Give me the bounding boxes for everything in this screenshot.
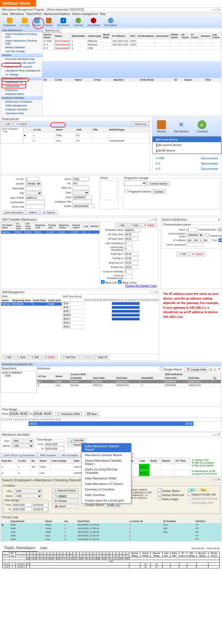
administrator[interactable]: Administrator	[1, 84, 42, 88]
deldevice-big-btn[interactable]: ✕Del Device	[171, 118, 192, 135]
dept-list[interactable]: Department List	[1, 80, 42, 84]
connect-btn2[interactable]: Connect	[152, 190, 166, 194]
export-btn[interactable]: 📤 Export	[52, 504, 79, 508]
sm-save[interactable]: ✓ Save	[14, 355, 28, 359]
calculate-btn[interactable]: 📊 Calculate	[67, 438, 87, 443]
emp-schedule[interactable]: Employee Schedule	[1, 108, 42, 111]
aclog-button[interactable]: AC Log	[19, 17, 31, 27]
machine-list-tab[interactable]: Machine List	[42, 28, 62, 33]
backup-db[interactable]: Backup Database	[1, 45, 42, 49]
gender-select[interactable]: Female	[25, 182, 41, 186]
sm-clear[interactable]: Clear All	[95, 355, 110, 359]
deldevice-button[interactable]: ✕Del Device	[56, 17, 71, 27]
tt-post[interactable]: ✓ Post	[128, 223, 141, 228]
lower-grid: EdAc.NoNamesTimeMachineVerify ModeIDStat…	[42, 78, 221, 82]
sm-addtime[interactable]: + Add Time	[60, 355, 78, 359]
tt-add[interactable]: + Add	[115, 223, 127, 228]
sm-deltime[interactable]: ✕ Delete	[79, 355, 94, 359]
table-row[interactable]: ⟳ 3Disconnected1USB	[43, 47, 221, 50]
device-button[interactable]: Device	[44, 17, 55, 27]
window-title: Attendance Management Program - [Temp-Su…	[2, 8, 84, 11]
table-row[interactable]: ⟳ XIMIDisconnected1Ethernet192.168.0.212…	[43, 39, 221, 43]
connect-button[interactable]: Connect	[72, 17, 85, 27]
preview-btn[interactable]: 👁 Preview	[52, 499, 79, 503]
modify-log-btn[interactable]: Modify Log	[105, 503, 122, 507]
edit-device-item[interactable]: EEdit current device	[153, 142, 221, 148]
ac-manage[interactable]: AC Manage	[1, 73, 42, 76]
disconnect-button[interactable]: Disconnect	[86, 17, 102, 27]
tt-delete[interactable]: ✕ Delete	[142, 223, 157, 228]
download-user[interactable]: Download user info and FP	[1, 61, 42, 65]
cancel-btn[interactable]: ✕ Cancel	[14, 122, 30, 126]
acno-input[interactable]	[25, 177, 39, 181]
color-link[interactable]: Change the Display Color	[125, 284, 157, 287]
edit-all-item[interactable]: EEdit All device	[153, 148, 221, 153]
dm-ok[interactable]: ✓ OK	[177, 252, 188, 256]
sm-add[interactable]: + Add	[2, 355, 14, 359]
save-sched-btn[interactable]: 💾 Save	[85, 412, 99, 416]
connect-big-btn[interactable]: ▶Connect	[193, 118, 211, 135]
sm-edit[interactable]: ✎ Edit	[29, 355, 41, 359]
export-data[interactable]: Export Attendance Checking Data	[1, 39, 42, 45]
main-window: Attendance Management Program - [Temp-Su…	[1, 7, 221, 116]
main-toolbar: Employees AC Log Report Device ✕Del Devi…	[1, 16, 221, 28]
temp-shifts-btn[interactable]: 📋 Temporary Shifts	[55, 412, 82, 416]
side-panel: Data Maintenance Import Attendance Check…	[1, 28, 42, 115]
upload-user[interactable]: Upload user info and FP	[1, 65, 42, 69]
table-row[interactable]: ⟳ 2Disconnected1Ethernet192.168.1.201437…	[43, 43, 221, 47]
menu-bar[interactable]: DataAttendanceSearch/PrintMaintenance/Op…	[1, 12, 221, 16]
search-btn[interactable]: 🔍 Search	[52, 494, 79, 498]
emp-list-title: EmployeeList	[2, 117, 19, 121]
import-data[interactable]: Import Attendance Checking Data	[1, 32, 42, 39]
exit-button[interactable]: Exit system	[103, 17, 119, 27]
sm-delete[interactable]: ✕ Delete	[42, 355, 57, 359]
adv-export-btn[interactable]: ⬥ Advanced Export	[52, 488, 79, 493]
att-rule[interactable]: Attendance Rule	[1, 111, 42, 115]
page-header: Software Show	[0, 0, 36, 7]
add-device-item[interactable]: AAdd new device	[153, 137, 221, 142]
download-logs[interactable]: Download attendance logs	[1, 57, 42, 61]
machine-grid: Device NameStatusMachineNo.Comm.typeBaud…	[42, 33, 221, 50]
face-group[interactable]: FaceGroup	[132, 122, 149, 126]
daily-att-table: NameAC-NoTimetable 262728293001020304050…	[2, 552, 220, 568]
arrange-btn[interactable]: 📅 Arrange Shifts	[184, 367, 209, 372]
employees-button[interactable]: Employees	[2, 17, 18, 27]
ip-note: The IP address must the same as your dev…	[161, 289, 222, 361]
db-option[interactable]: Database Option	[1, 92, 42, 96]
device-big-btn[interactable]: Device	[153, 118, 170, 135]
conn-dev-btn[interactable]: Connect Device	[147, 182, 170, 186]
photo-mgmt[interactable]: Attendance Photo Management	[1, 69, 42, 73]
employees-item[interactable]: Employees	[1, 88, 42, 92]
maint-timetables[interactable]: Maintenance Timetables	[1, 100, 42, 104]
usb-disk[interactable]: Usb Disk Manage	[1, 49, 42, 53]
dm-cancel[interactable]: ✕ Cancel	[189, 252, 205, 256]
report-title: Daily Attendance	[2, 544, 38, 552]
popup-toolbar: Device ✕Del Device ▶Connect	[152, 117, 221, 136]
report-button[interactable]: Report	[32, 17, 42, 27]
shifts-mgmt[interactable]: Shifts Management	[1, 104, 42, 108]
add-btn[interactable]: + Add	[1, 122, 13, 126]
window-controls[interactable]: — □ ✕	[212, 8, 220, 11]
